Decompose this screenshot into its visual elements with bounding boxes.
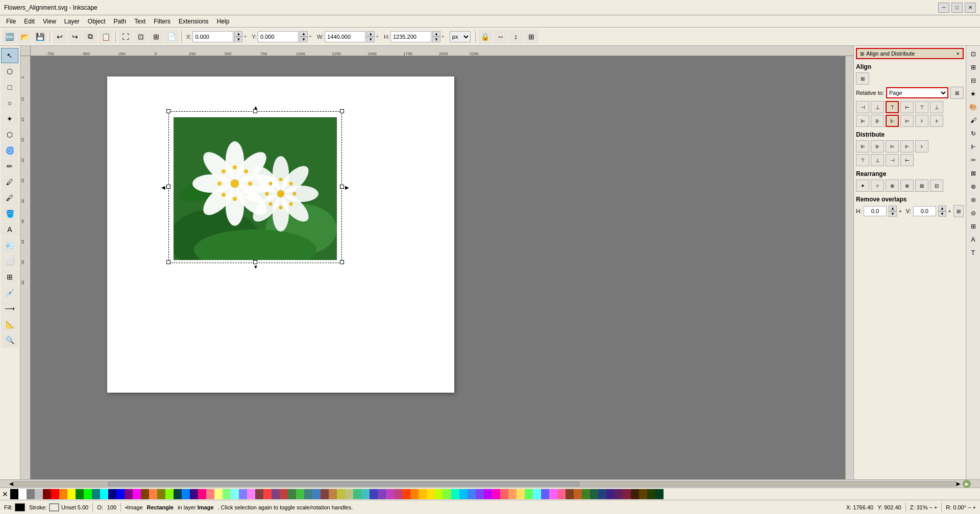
palette-color[interactable]: [459, 489, 468, 499]
palette-color[interactable]: [280, 489, 288, 499]
palette-color[interactable]: [443, 489, 451, 499]
overlap-v-dec[interactable]: ▼: [938, 211, 946, 217]
menu-file[interactable]: File: [2, 17, 20, 26]
w-decrement[interactable]: ▼: [366, 37, 375, 42]
palette-color[interactable]: [231, 489, 239, 499]
new-button[interactable]: 🆕: [2, 30, 16, 44]
overlap-h-input[interactable]: [864, 206, 887, 216]
palette-color[interactable]: [517, 489, 525, 499]
palette-color[interactable]: [239, 489, 247, 499]
palette-color[interactable]: [353, 489, 361, 499]
align-center-h[interactable]: ⊤: [886, 101, 899, 113]
tool-star[interactable]: ✦: [1, 111, 18, 126]
canvas-background[interactable]: ▲ ◀ ▶ ▼: [31, 56, 853, 479]
tool-measure[interactable]: 📐: [1, 317, 18, 332]
palette-color[interactable]: [500, 489, 508, 499]
handle-br[interactable]: [340, 260, 344, 264]
palette-color[interactable]: [190, 489, 198, 499]
rotation-dec-btn[interactable]: −: [968, 504, 971, 510]
tool-text[interactable]: A: [1, 222, 18, 237]
palette-color[interactable]: [198, 489, 206, 499]
scroll-left-btn[interactable]: ◀: [9, 481, 13, 486]
tool-pen[interactable]: 🖊: [1, 174, 18, 190]
palette-color[interactable]: [223, 489, 231, 499]
rearrange-6[interactable]: ⊟: [930, 179, 943, 192]
rearrange-5[interactable]: ⊞: [915, 179, 928, 192]
save-button[interactable]: 💾: [33, 30, 47, 44]
palette-color[interactable]: [174, 489, 182, 499]
palette-color[interactable]: [35, 489, 43, 499]
palette-color[interactable]: [18, 489, 27, 499]
palette-color[interactable]: [141, 489, 149, 499]
palette-color[interactable]: [255, 489, 263, 499]
palette-color[interactable]: [296, 489, 304, 499]
palette-color[interactable]: [549, 489, 557, 499]
hscroll-thumb[interactable]: [108, 482, 579, 486]
palette-color[interactable]: [100, 489, 108, 499]
relative-select[interactable]: Page Drawing Selection First selected La…: [886, 87, 948, 98]
align-to-anchor[interactable]: ⊞: [950, 87, 964, 99]
palette-color[interactable]: [541, 489, 549, 499]
palette-color[interactable]: [557, 489, 566, 499]
handle-tr[interactable]: [340, 109, 344, 113]
palette-color[interactable]: [492, 489, 500, 499]
ri-mask[interactable]: ⊠: [967, 167, 979, 179]
rearrange-2[interactable]: ✧: [871, 179, 884, 192]
ri-layers[interactable]: ⊞: [967, 61, 979, 73]
ri-spray2[interactable]: ⊞: [967, 220, 979, 233]
stroke-color-box[interactable]: [49, 503, 59, 511]
palette-color[interactable]: [345, 489, 353, 499]
palette-color[interactable]: [590, 489, 598, 499]
open-button[interactable]: 📂: [17, 30, 32, 44]
palette-color[interactable]: [116, 489, 125, 499]
palette-color[interactable]: [43, 489, 51, 499]
palette-color[interactable]: [451, 489, 459, 499]
handle-bc[interactable]: [253, 260, 257, 264]
rotation-inc-btn[interactable]: +: [973, 504, 976, 510]
zoom-draw[interactable]: ⊡: [134, 30, 148, 44]
palette-color[interactable]: [476, 489, 484, 499]
ri-transform[interactable]: ↻: [967, 127, 979, 140]
x-increment[interactable]: ▲: [234, 31, 242, 37]
zoom-out-btn[interactable]: −: [929, 504, 932, 510]
ri-export[interactable]: ⊝: [967, 207, 979, 219]
menu-help[interactable]: Help: [213, 17, 234, 26]
tool-spiral[interactable]: 🌀: [1, 143, 18, 158]
canvas-scroll-right[interactable]: [845, 56, 853, 479]
ri-font[interactable]: T: [967, 247, 979, 259]
align-select-all[interactable]: ⊞: [856, 72, 869, 85]
y-increment[interactable]: ▲: [300, 31, 308, 37]
tool-mesh[interactable]: ⊞: [1, 269, 18, 285]
canvas-wrap[interactable]: -750 -500 -250 0 250 500 750 1000 1250 1…: [20, 46, 853, 479]
menu-view[interactable]: View: [39, 17, 60, 26]
h-increment[interactable]: ▲: [432, 31, 440, 37]
hscroll-track[interactable]: [13, 481, 957, 486]
palette-color[interactable]: [419, 489, 427, 499]
redo-button[interactable]: ↪: [68, 30, 82, 44]
palette-color[interactable]: [655, 489, 664, 499]
palette-color[interactable]: [108, 489, 116, 499]
handle-tl[interactable]: [166, 109, 170, 113]
palette-color[interactable]: [378, 489, 386, 499]
palette-color[interactable]: [508, 489, 517, 499]
palette-color[interactable]: [370, 489, 378, 499]
menu-object[interactable]: Object: [84, 17, 110, 26]
align-center-margin[interactable]: ⊪: [871, 115, 884, 127]
y-decrement[interactable]: ▼: [300, 37, 308, 42]
close-button[interactable]: ✕: [965, 3, 976, 13]
lock-ratio[interactable]: 🔒: [478, 30, 493, 44]
w-input[interactable]: [325, 31, 365, 42]
palette-color[interactable]: [598, 489, 606, 499]
palette-color[interactable]: [484, 489, 492, 499]
palette-color[interactable]: [304, 489, 312, 499]
dist-left[interactable]: ⊫: [856, 140, 869, 152]
palette-color[interactable]: [10, 489, 18, 499]
dist-center-h[interactable]: ⊪: [871, 140, 884, 152]
align-right-edges[interactable]: ⊢: [900, 101, 914, 113]
rearrange-1[interactable]: ✦: [856, 179, 869, 192]
palette-color[interactable]: [639, 489, 647, 499]
palette-color[interactable]: [288, 489, 296, 499]
align-top-edges[interactable]: ⊤: [915, 101, 928, 113]
align-center-v[interactable]: ⊥: [871, 101, 884, 113]
palette-color[interactable]: [59, 489, 67, 499]
